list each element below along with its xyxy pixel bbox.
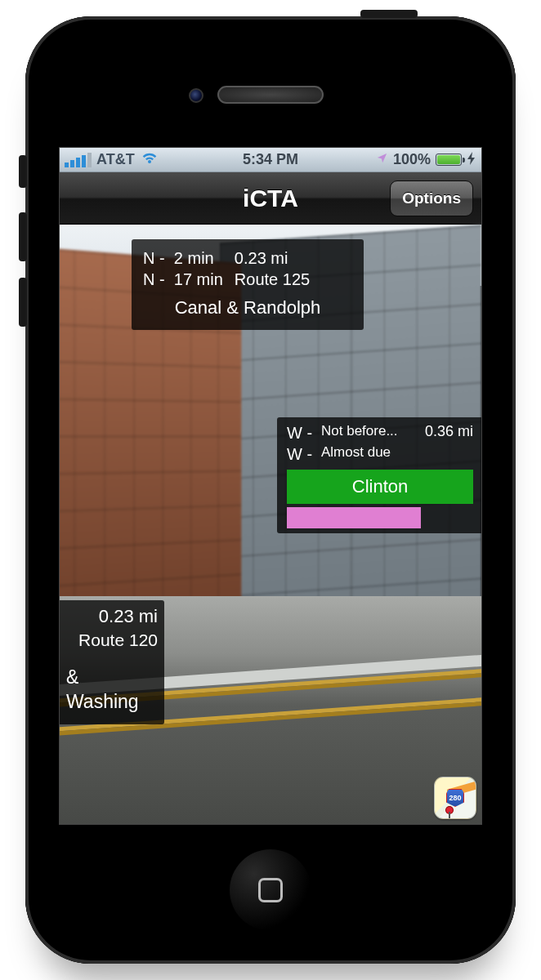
earpiece [217, 86, 324, 104]
nav-bar: iCTA Options [60, 172, 481, 225]
front-camera [189, 88, 203, 103]
distance-label: 0.23 mi [66, 605, 158, 629]
stop-name: Canal & Randolph [143, 296, 352, 320]
ar-card-bus-stop[interactable]: N - 2 min N - 17 min 0.23 mi Route 125 C… [132, 239, 364, 330]
status-label: Not before... [321, 422, 418, 440]
route-label: Route 125 [235, 269, 310, 290]
station-name: Clinton [352, 475, 408, 499]
direction-label: W - [287, 443, 315, 465]
screen: AT&T 5:34 PM 100% iCTA Options [59, 147, 482, 825]
distance-label: 0.23 mi [235, 247, 310, 269]
distance-label: 0.36 mi [425, 422, 473, 441]
app-title: iCTA [243, 185, 298, 212]
map-pin-icon [446, 807, 453, 813]
route-label: Route 120 [66, 629, 158, 651]
ar-camera-view[interactable]: N - 2 min N - 17 min 0.23 mi Route 125 C… [60, 225, 481, 824]
status-label: Almost due [321, 443, 473, 461]
arrival-line: N - 17 min [143, 269, 223, 290]
ar-card-train-station[interactable]: W - Not before... 0.36 mi W - Almost due… [277, 417, 481, 533]
arrival-line: N - 2 min [143, 247, 223, 269]
volume-up-button[interactable] [19, 212, 27, 261]
iphone-frame: AT&T 5:34 PM 100% iCTA Options [25, 16, 516, 964]
battery-icon [436, 154, 462, 166]
train-line-pink [287, 507, 421, 528]
volume-down-button[interactable] [19, 278, 27, 327]
interstate-shield-icon: 280 [446, 789, 464, 807]
stop-name-partial: & [66, 666, 158, 690]
status-bar: AT&T 5:34 PM 100% [60, 148, 481, 172]
maps-button[interactable]: 280 [434, 777, 476, 819]
ar-card-bus-stop-partial[interactable]: 0.23 mi Route 120 & Washing [60, 600, 164, 724]
stop-name-partial: Washing [66, 690, 158, 715]
options-button[interactable]: Options [390, 180, 473, 216]
home-square-icon [258, 878, 283, 902]
silent-switch[interactable] [19, 155, 27, 188]
home-button[interactable] [230, 849, 311, 931]
train-line-green: Clinton [287, 470, 473, 504]
power-button[interactable] [360, 10, 418, 18]
options-button-label: Options [402, 189, 461, 207]
clock: 5:34 PM [60, 151, 481, 168]
direction-label: W - [287, 422, 315, 443]
